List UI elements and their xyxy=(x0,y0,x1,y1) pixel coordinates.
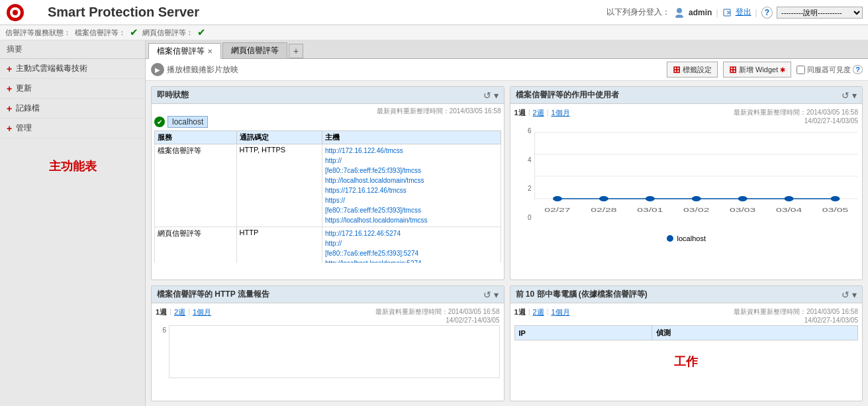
y-label-6: 6 xyxy=(514,127,532,134)
sidebar-item-logs[interactable]: + 記錄檔 xyxy=(0,99,145,119)
file-rep-label: 檔案信譽評等： xyxy=(75,28,126,38)
server-visibility-help[interactable]: ? xyxy=(853,65,863,74)
chart-tab-1month-users[interactable]: 1個月 xyxy=(551,108,569,118)
status-label: 信譽評等服務狀態： xyxy=(5,28,71,38)
localhost-badge: ✔ localhost xyxy=(154,116,501,128)
sidebar: 摘要 + 主動式雲端截毒技術 + 更新 + 記錄檔 + 管理 主功能表 xyxy=(0,40,146,406)
sidebar-label-2: 更新 xyxy=(16,83,32,94)
widget-infected-body: 1週 | 2週 | 1個月 最新資料重新整理時間：2014/03/05 16:5… xyxy=(510,303,863,387)
plus-icon-4: + xyxy=(7,123,12,134)
widget-immediate-status-header: 即時狀態 ↺ ▾ xyxy=(152,87,504,104)
app-title: Smart Protection Server xyxy=(48,5,199,20)
dashboard: 即時狀態 ↺ ▾ 最新資料重新整理時間：2014/03/05 16:58 ✔ l… xyxy=(146,81,868,406)
table-row: 檔案信譽評等 HTTP, HTTPS http://172.16.122.46/… xyxy=(155,144,501,227)
svg-text:03/03: 03/03 xyxy=(730,207,755,214)
widget-infected: 前 10 部中毒電腦 (依據檔案信譽評等) ↺ ▾ 1週 | 2週 | 1個月 xyxy=(510,285,863,401)
tag-settings-button[interactable]: ⊞ 標籤設定 xyxy=(667,62,718,77)
chart-tab-2week-infected[interactable]: 2週 xyxy=(532,307,544,317)
status-table-wrapper: 服務 通訊碼定 主機 檔案信譽評等 HTTP, HTTPS xyxy=(154,130,501,263)
trend-micro-logo xyxy=(5,3,37,23)
users-timestamp-2: 14/02/27-14/03/05 xyxy=(734,117,858,125)
refresh-icon-http[interactable]: ↺ xyxy=(483,289,491,300)
http-timestamp-1: 最新資料重新整理時間：2014/03/05 16:58 xyxy=(375,307,500,317)
widget-immediate-status-controls: ↺ ▾ xyxy=(483,90,499,101)
table-row: 網頁信譽評等 HTTP http://172.16.122.46:5274 ht… xyxy=(155,227,501,264)
http-timestamp-2: 14/02/27-14/03/05 xyxy=(375,317,500,324)
tab-web-rep[interactable]: 網頁信譽評等 xyxy=(222,42,287,58)
status-table: 服務 通訊碼定 主機 檔案信譽評等 HTTP, HTTPS xyxy=(154,130,501,263)
widget-immediate-status: 即時狀態 ↺ ▾ 最新資料重新整理時間：2014/03/05 16:58 ✔ l… xyxy=(151,86,505,280)
add-widget-button[interactable]: ⊞ 新增 Widget ✱ xyxy=(723,62,791,77)
widget-immediate-timestamp: 最新資料重新整理時間：2014/03/05 16:58 xyxy=(154,107,501,116)
tab-file-rep[interactable]: 檔案信譽評等 ✕ xyxy=(148,43,221,59)
server-visibility-checkbox[interactable] xyxy=(796,66,805,74)
widget-active-users-header: 檔案信譽評等的作用中使用者 ↺ ▾ xyxy=(510,87,863,104)
server-visibility-label: 同服器可見度 xyxy=(807,65,851,75)
add-widget-star: ✱ xyxy=(780,66,785,74)
legend-label-localhost: localhost xyxy=(677,234,706,242)
cell-hosts-2: http://172.16.122.46:5274 http:// [fe80:… xyxy=(322,227,501,264)
y-axis-users: 6 4 2 0 xyxy=(514,126,534,232)
refresh-icon-infected[interactable]: ↺ xyxy=(842,289,849,300)
tab-web-rep-label: 網頁信譽評等 xyxy=(231,45,279,56)
tag-settings-label: 標籤設定 xyxy=(683,65,712,75)
svg-text:03/02: 03/02 xyxy=(683,207,709,214)
sidebar-label-4: 管理 xyxy=(16,123,32,134)
user-icon xyxy=(674,7,685,18)
sidebar-item-admin[interactable]: + 管理 xyxy=(0,119,145,138)
y-label-0: 0 xyxy=(514,214,532,221)
logo-area: Smart Protection Server xyxy=(5,3,199,23)
chevron-down-icon[interactable]: ▾ xyxy=(494,90,499,101)
chart-tab-1month-infected[interactable]: 1個月 xyxy=(551,307,569,317)
file-rep-check: ✔ xyxy=(130,26,138,38)
cell-protocol-1: HTTP, HTTPS xyxy=(236,144,322,227)
svg-text:02/28: 02/28 xyxy=(591,207,616,214)
toolbar: ▶ 播放標籤捲影片放映 ⊞ 標籤設定 ⊞ 新增 Widget ✱ 同服器可見度 … xyxy=(146,59,868,81)
widget-active-users: 檔案信譽評等的作用中使用者 ↺ ▾ 1週 | 2週 | 1個月 xyxy=(510,86,863,280)
chart-tab-2week-users[interactable]: 2週 xyxy=(532,108,544,118)
svg-text:03/01: 03/01 xyxy=(637,207,663,214)
tab-add-button[interactable]: + xyxy=(289,44,303,58)
play-icon: ▶ xyxy=(151,63,164,76)
tag-settings-icon: ⊞ xyxy=(673,64,681,75)
sidebar-item-antivirus[interactable]: + 主動式雲端截毒技術 xyxy=(0,59,145,79)
chart-tab-1week-users[interactable]: 1週 xyxy=(514,108,526,118)
y6-http: 6 xyxy=(156,327,166,334)
refresh-icon[interactable]: ↺ xyxy=(483,90,491,101)
chart-tab-1week-http[interactable]: 1週 xyxy=(156,307,167,317)
legend-dot-localhost xyxy=(667,235,673,242)
refresh-icon-users[interactable]: ↺ xyxy=(842,90,849,101)
localhost-label: localhost xyxy=(168,116,208,128)
users-chart-legend: localhost xyxy=(514,234,859,242)
sidebar-item-update[interactable]: + 更新 xyxy=(0,79,145,99)
chart-tab-1month-http[interactable]: 1個月 xyxy=(193,307,211,317)
toolbar-right: ⊞ 標籤設定 ⊞ 新增 Widget ✱ 同服器可見度 ? xyxy=(667,62,863,77)
infected-table: IP 偵測 xyxy=(514,325,859,340)
sidebar-label-1: 主動式雲端截毒技術 xyxy=(16,63,87,74)
cell-service-1: 檔案信譽評等 xyxy=(155,144,237,227)
plus-icon-3: + xyxy=(7,103,12,114)
widget-http-traffic-header: 檔案信譽評等的 HTTP 流量報告 ↺ ▾ xyxy=(152,286,504,303)
widget-http-traffic: 檔案信譽評等的 HTTP 流量報告 ↺ ▾ 1週 | 2週 | 1個月 xyxy=(151,285,505,401)
sidebar-summary[interactable]: 摘要 xyxy=(0,40,145,59)
chevron-down-icon-infected[interactable]: ▾ xyxy=(852,289,857,300)
localhost-status-icon: ✔ xyxy=(154,117,165,127)
chevron-down-icon-http[interactable]: ▾ xyxy=(494,289,499,300)
description-select[interactable]: ---------說明---------- xyxy=(777,7,863,19)
tab-file-rep-close[interactable]: ✕ xyxy=(207,48,213,55)
play-button[interactable]: ▶ 播放標籤捲影片放映 xyxy=(151,63,238,76)
chart-tab-2week-http[interactable]: 2週 xyxy=(174,307,185,317)
svg-point-3 xyxy=(677,8,682,13)
tab-bar: 檔案信譽評等 ✕ 網頁信譽評等 + xyxy=(146,40,868,59)
username-label: admin xyxy=(689,8,712,17)
work-label: 工作 xyxy=(514,340,859,383)
help-button[interactable]: ? xyxy=(761,7,773,19)
col-service: 服務 xyxy=(155,131,237,144)
widget-infected-header: 前 10 部中毒電腦 (依據檔案信譽評等) ↺ ▾ xyxy=(510,286,863,303)
logout-button[interactable]: 登出 xyxy=(736,7,751,18)
chevron-down-icon-users[interactable]: ▾ xyxy=(852,90,857,101)
cell-service-2: 網頁信譽評等 xyxy=(155,227,237,264)
svg-text:02/27: 02/27 xyxy=(544,207,570,214)
chart-tab-1week-infected[interactable]: 1週 xyxy=(514,307,526,317)
infected-col-ip: IP xyxy=(514,326,652,340)
